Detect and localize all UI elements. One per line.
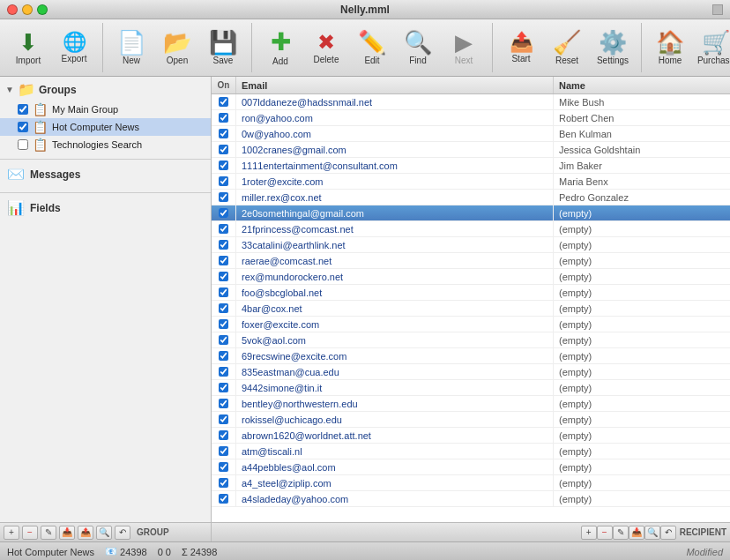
messages-header[interactable]: ✉️ Messages [0, 163, 211, 185]
redo-group-button[interactable]: ↶ [115, 526, 130, 540]
table-row[interactable]: a44pebbles@aol.com(empty) [212, 459, 730, 475]
find-button[interactable]: 🔍 Find [395, 23, 441, 72]
row-checkbox-15[interactable] [219, 335, 228, 345]
save-button[interactable]: 💾 Save [200, 23, 246, 72]
redo-recipient-button[interactable]: ↶ [660, 526, 676, 540]
row-checkbox-11[interactable] [219, 272, 228, 281]
settings-button[interactable]: ⚙️ Settings [590, 23, 636, 72]
sidebar-item-technologies-search[interactable]: 📋 Technologies Search [0, 136, 211, 153]
table-row[interactable]: raerae@comcast.net(empty) [212, 253, 730, 269]
table-row[interactable]: 007lddaneze@hadssnmail.netMike Bush [212, 94, 730, 110]
row-checkbox-14[interactable] [219, 319, 228, 329]
table-row[interactable]: 9442simone@tin.it(empty) [212, 380, 730, 396]
row-checkbox-6[interactable] [219, 192, 228, 202]
archive-group-button[interactable]: 📥 [59, 526, 75, 540]
open-button[interactable]: 📂 Open [154, 23, 200, 72]
row-checkbox-4[interactable] [219, 161, 228, 170]
new-button[interactable]: 📄 New [108, 23, 154, 72]
row-checkbox-21[interactable] [219, 430, 228, 440]
sidebar-item-hot-computer-news[interactable]: 📋 Hot Computer News [0, 118, 211, 136]
window-controls[interactable] [7, 4, 48, 15]
purchase-button[interactable]: 🛒 Purchase [693, 23, 730, 72]
row-checkbox-7[interactable] [219, 208, 228, 218]
add-button[interactable]: ✚ Add [257, 23, 303, 72]
row-checkbox-18[interactable] [219, 383, 228, 392]
cell-on-11 [212, 269, 236, 284]
table-row[interactable]: atm@tiscali.nl(empty) [212, 444, 730, 459]
row-checkbox-23[interactable] [219, 462, 228, 472]
status-count1: 📧 24398 [105, 546, 147, 557]
table-row[interactable]: 1002cranes@gmail.comJessica Goldshtain [212, 142, 730, 158]
col-name-header[interactable]: Name [554, 77, 730, 93]
technologies-search-checkbox[interactable] [18, 139, 28, 150]
col-email-header[interactable]: Email [236, 77, 554, 93]
row-checkbox-20[interactable] [219, 414, 228, 424]
row-checkbox-16[interactable] [219, 351, 228, 361]
edit-group-button[interactable]: ✎ [41, 526, 56, 540]
edit-recipient-button[interactable]: ✎ [613, 526, 629, 540]
row-checkbox-13[interactable] [219, 303, 228, 313]
table-row[interactable]: 835eastman@cua.edu(empty) [212, 364, 730, 380]
archive-recipient-button[interactable]: 📥 [629, 526, 644, 540]
table-row[interactable]: rokissel@uchicago.edu(empty) [212, 412, 730, 428]
table-row[interactable]: 21fprincess@comcast.net(empty) [212, 221, 730, 237]
search-group-button[interactable]: 🔍 [96, 526, 112, 540]
table-row[interactable]: abrown1620@worldnet.att.net(empty) [212, 428, 730, 444]
next-button[interactable]: ▶ Next [441, 23, 487, 72]
row-checkbox-9[interactable] [219, 240, 228, 250]
table-row[interactable]: 1111entertainment@consultant.comJim Bake… [212, 158, 730, 174]
cell-name-17: (empty) [554, 364, 730, 379]
row-checkbox-2[interactable] [219, 129, 228, 138]
minimize-button[interactable] [22, 4, 33, 15]
hot-computer-news-checkbox[interactable] [18, 122, 28, 132]
table-row[interactable]: foo@sbcglobal.net(empty) [212, 285, 730, 301]
table-row[interactable]: 1roter@excite.comMaria Benx [212, 174, 730, 190]
table-row[interactable]: 0w@yahoo.comBen Kulman [212, 126, 730, 142]
unarchive-group-button[interactable]: 📤 [78, 526, 93, 540]
table-row[interactable]: 5vok@aol.com(empty) [212, 332, 730, 348]
home-button[interactable]: 🏠 Home [647, 23, 693, 72]
row-checkbox-22[interactable] [219, 446, 228, 456]
import-button[interactable]: ⬇ Import [5, 23, 51, 72]
row-checkbox-5[interactable] [219, 176, 228, 186]
table-row[interactable]: a4sladeday@yahoo.com(empty) [212, 491, 730, 507]
row-checkbox-17[interactable] [219, 367, 228, 377]
maximize-button[interactable] [37, 4, 48, 15]
row-checkbox-25[interactable] [219, 494, 228, 504]
row-checkbox-24[interactable] [219, 478, 228, 488]
table-row[interactable]: 4bar@cox.net(empty) [212, 301, 730, 317]
table-row[interactable]: miller.rex@cox.netPedro Gonzalez [212, 190, 730, 205]
row-checkbox-10[interactable] [219, 256, 228, 265]
my-main-group-checkbox[interactable] [18, 104, 28, 115]
close-button[interactable] [7, 4, 18, 15]
add-recipient-button[interactable]: + [581, 526, 597, 540]
table-row[interactable]: bentley@northwestern.edu(empty) [212, 396, 730, 412]
table-row[interactable]: 33catalini@earthlink.net(empty) [212, 237, 730, 253]
table-row[interactable]: ron@yahoo.comRobert Chen [212, 110, 730, 126]
table-row[interactable]: foxer@excite.com(empty) [212, 317, 730, 332]
row-checkbox-12[interactable] [219, 287, 228, 297]
search-recipient-button[interactable]: 🔍 [644, 526, 660, 540]
groups-header[interactable]: ▼ 📁 Groups [0, 78, 211, 101]
row-checkbox-0[interactable] [219, 97, 228, 107]
table-row[interactable]: 69recswine@excite.com(empty) [212, 348, 730, 364]
row-checkbox-1[interactable] [219, 113, 228, 123]
add-group-button[interactable]: + [4, 526, 19, 540]
row-checkbox-8[interactable] [219, 224, 228, 234]
export-button[interactable]: 🌐 Export [51, 23, 97, 72]
table-row[interactable]: a4_steel@ziplip.com(empty) [212, 475, 730, 491]
row-checkbox-19[interactable] [219, 399, 228, 408]
table-row[interactable]: 2e0somethingal@gmail.com(empty) [212, 205, 730, 221]
delete-button[interactable]: ✖ Delete [303, 23, 349, 72]
table-row[interactable]: rex@mundorockero.net(empty) [212, 269, 730, 285]
remove-recipient-button[interactable]: − [597, 526, 613, 540]
sidebar-item-my-main-group[interactable]: 📋 My Main Group [0, 101, 211, 118]
cell-name-3: Jessica Goldshtain [554, 142, 730, 157]
table-body[interactable]: 007lddaneze@hadssnmail.netMike Bushron@y… [212, 94, 730, 522]
reset-button[interactable]: 🧹 Reset [544, 23, 590, 72]
row-checkbox-3[interactable] [219, 145, 228, 154]
start-button[interactable]: 📤 Start [498, 23, 544, 72]
edit-button[interactable]: ✏️ Edit [349, 23, 395, 72]
fields-header[interactable]: 📊 Fields [0, 197, 211, 219]
remove-group-button[interactable]: − [22, 526, 38, 540]
